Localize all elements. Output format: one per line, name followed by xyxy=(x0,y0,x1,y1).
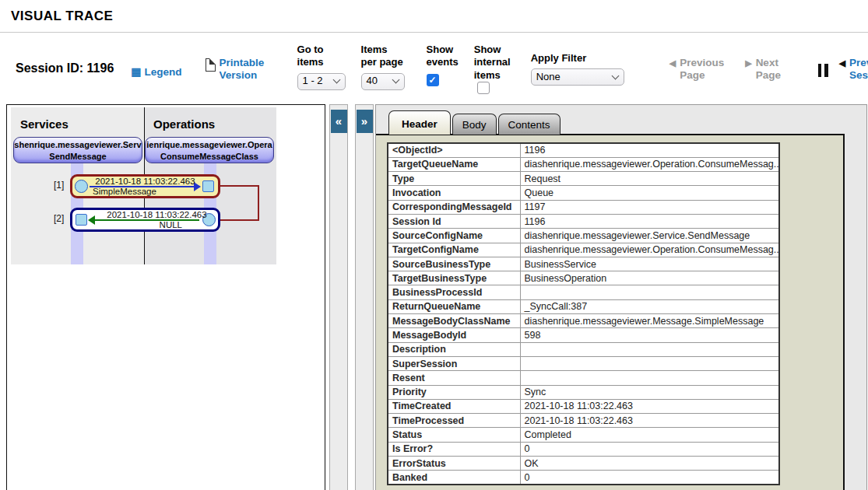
property-label: BusinessProcessId xyxy=(388,285,520,299)
session-id-label: Session ID: 1196 xyxy=(16,61,114,75)
next-page-button[interactable]: ▶ Next Page xyxy=(745,57,802,82)
table-row: PrioritySync xyxy=(388,385,779,399)
trace-diagram-panel: Services Operations shenrique.messagevie… xyxy=(6,104,325,490)
property-value: 1197 xyxy=(520,200,779,214)
tab-body[interactable]: Body xyxy=(452,114,497,135)
property-value: 0 xyxy=(520,471,779,485)
expand-gutter: » xyxy=(355,104,374,490)
tab-contents[interactable]: Contents xyxy=(498,114,561,135)
table-row: Resent xyxy=(388,371,779,385)
message-label: SimpleMessage xyxy=(93,187,156,196)
property-label: MessageBodyId xyxy=(388,328,520,342)
printable-version-label: Printable Version xyxy=(220,57,268,81)
message-label: NULL xyxy=(160,220,182,229)
table-row: SuperSession xyxy=(388,356,779,370)
pause-button[interactable] xyxy=(818,64,828,77)
property-value: BusinessService xyxy=(520,257,779,271)
property-value: diashenrique.messageviewer.Message.Simpl… xyxy=(520,314,779,328)
content-area: Services Operations shenrique.messagevie… xyxy=(0,104,868,490)
items-per-page-label: Items per page xyxy=(361,44,405,69)
collapse-left-button[interactable]: « xyxy=(331,110,347,133)
table-row: ErrorStatusOK xyxy=(388,457,779,471)
property-value xyxy=(520,356,779,370)
table-row: TargetQueueNamediashenrique.messageviewe… xyxy=(388,157,779,171)
property-label: Status xyxy=(388,428,520,442)
previous-session-label: Previous Session xyxy=(849,57,868,82)
table-row: TimeProcessed2021-10-18 11:03:22.463 xyxy=(388,414,779,428)
show-internal-checkbox[interactable] xyxy=(477,82,490,94)
message-index: [2] xyxy=(54,213,64,224)
call-return-connector xyxy=(220,185,259,221)
legend-link[interactable]: ▦ Legend xyxy=(131,66,181,78)
property-label: Description xyxy=(388,342,520,356)
show-events-checkbox[interactable]: ✓ xyxy=(427,74,439,86)
expand-right-button[interactable]: » xyxy=(357,110,373,133)
table-row: MessageBodyId598 xyxy=(388,328,779,342)
apply-filter-select[interactable]: None xyxy=(531,68,624,86)
tab-header[interactable]: Header xyxy=(388,110,451,135)
header-table-body: <ObjectId>1196TargetQueueNamediashenriqu… xyxy=(388,143,779,485)
table-row: TypeRequest xyxy=(388,172,779,186)
property-label: SuperSession xyxy=(388,356,520,370)
show-internal-label: Show internal items xyxy=(474,44,511,81)
table-row: TimeCreated2021-10-18 11:03:22.463 xyxy=(388,399,779,413)
detail-tab-content: <ObjectId>1196TargetQueueNamediashenriqu… xyxy=(376,134,845,490)
message-item-request[interactable]: 2021-10-18 11:03:22.463 SimpleMessage xyxy=(70,174,220,198)
target-endpoint-icon xyxy=(202,180,214,192)
apply-filter-value: None xyxy=(536,71,610,83)
goto-items-field: Go to items 1 - 2 xyxy=(297,44,341,90)
operation-node-box: ienrique.messageviewer.Opera ConsumeMess… xyxy=(145,137,274,163)
table-row: BusinessProcessId xyxy=(388,285,779,299)
show-internal-field: Show internal items xyxy=(474,44,511,95)
message-details-panel: HeaderBodyContents <ObjectId>1196TargetQ… xyxy=(375,104,867,490)
legend-grid-icon: ▦ xyxy=(131,66,141,77)
property-label: Invocation xyxy=(388,186,520,200)
printable-version-link[interactable]: Printable Version xyxy=(206,57,268,81)
operation-node-line2: ConsumeMessageClass xyxy=(146,151,273,163)
previous-page-button[interactable]: ◀ Previous Page xyxy=(669,57,726,82)
property-value: Sync xyxy=(520,385,779,399)
show-events-label: Show events xyxy=(427,44,459,69)
goto-items-value: 1 - 2 xyxy=(303,75,331,87)
property-label: Is Error? xyxy=(388,442,520,456)
property-label: Priority xyxy=(388,385,520,399)
items-per-page-select[interactable]: 40 xyxy=(361,73,405,90)
table-row: Banked0 xyxy=(388,471,779,485)
previous-session-button[interactable]: ◀ Previous Session xyxy=(839,57,868,82)
message-timestamp: 2021-10-18 11:03:22.463 xyxy=(104,210,210,219)
goto-items-select[interactable]: 1 - 2 xyxy=(297,73,346,90)
property-value: BusinessOperation xyxy=(520,271,779,285)
property-label: ErrorStatus xyxy=(388,457,520,471)
property-label: Type xyxy=(388,172,520,186)
detail-tabs: HeaderBodyContents xyxy=(376,105,866,135)
table-row: ReturnQueueName_SyncCall:387 xyxy=(388,299,779,313)
table-row: SourceConfigNamediashenrique.messageview… xyxy=(388,229,779,243)
page-title: VISUAL TRACE xyxy=(0,0,868,24)
property-label: Session Id xyxy=(388,214,520,228)
property-label: SourceConfigName xyxy=(388,229,520,243)
table-row: InvocationQueue xyxy=(388,186,779,200)
message-item-response[interactable]: 2021-10-18 11:03:22.463 NULL xyxy=(70,208,220,232)
document-icon xyxy=(206,58,216,72)
property-value: diashenrique.messageviewer.Operation.Con… xyxy=(520,157,779,171)
trace-diagram: Services Operations shenrique.messagevie… xyxy=(11,107,276,264)
legend-link-label: Legend xyxy=(145,66,182,78)
table-row: Description xyxy=(388,342,779,356)
property-value: Request xyxy=(520,172,779,186)
items-per-page-value: 40 xyxy=(367,75,390,87)
apply-filter-label: Apply Filter xyxy=(531,52,624,65)
target-endpoint-icon xyxy=(76,214,87,226)
property-value: Queue xyxy=(520,186,779,200)
service-node-line1: shenrique.messageviewer.Serv xyxy=(14,139,142,151)
table-row: CorrespondingMessageId1197 xyxy=(388,200,779,214)
table-row: TargetConfigNamediashenrique.messageview… xyxy=(388,243,779,257)
property-value: 2021-10-18 11:03:22.463 xyxy=(520,399,779,413)
chevron-down-icon xyxy=(611,72,619,79)
previous-page-label: Previous Page xyxy=(680,57,726,82)
chevron-down-icon xyxy=(332,76,340,84)
table-row: Is Error?0 xyxy=(388,442,779,456)
apply-filter-field: Apply Filter None xyxy=(531,52,624,86)
property-value: _SyncCall:387 xyxy=(520,299,779,313)
property-value: diashenrique.messageviewer.Operation.Con… xyxy=(520,243,779,257)
property-value xyxy=(520,342,779,356)
